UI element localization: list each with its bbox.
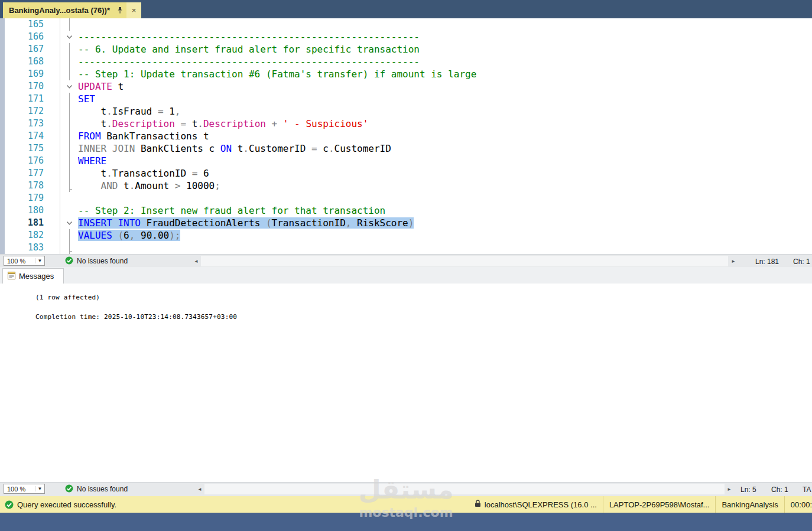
- connection-info: localhost\SQLEXPRESS (16.0 ... LAPTOP-2P…: [469, 496, 812, 513]
- line-number[interactable]: 165: [5, 18, 46, 31]
- line-number[interactable]: 169: [5, 68, 46, 80]
- code-text[interactable]: [78, 192, 812, 204]
- fold-guide: [60, 56, 78, 68]
- code-line[interactable]: 169-- Step 1: Update transaction #6 (Fat…: [5, 68, 812, 80]
- code-text[interactable]: -- Step 1: Update transaction #6 (Fatma'…: [78, 68, 812, 80]
- fold-guide: [60, 118, 78, 130]
- server-segment[interactable]: localhost\SQLEXPRESS (16.0 ...: [469, 496, 603, 513]
- h-scrollbar[interactable]: [204, 484, 725, 494]
- lock-icon: [475, 500, 481, 509]
- indicator-margin: [46, 80, 60, 93]
- user-segment[interactable]: LAPTOP-2P69P598\Mostaf...: [603, 496, 716, 513]
- code-area[interactable]: 165166----------------------------------…: [5, 18, 812, 254]
- indicator-margin: [46, 229, 60, 242]
- line-number[interactable]: 170: [5, 80, 46, 93]
- scroll-left-icon[interactable]: ◄: [194, 259, 199, 264]
- scroll-right-icon[interactable]: ►: [731, 259, 736, 264]
- line-number[interactable]: 171: [5, 93, 46, 105]
- code-text[interactable]: INNER JOIN BankClients c ON t.CustomerID…: [78, 142, 812, 155]
- messages-panel[interactable]: (1 row affected)Completion time: 2025-10…: [0, 284, 812, 482]
- code-text[interactable]: [78, 18, 812, 31]
- no-issues-icon: [65, 256, 73, 265]
- indicator-margin: [46, 142, 60, 155]
- h-scrollbar[interactable]: [201, 256, 728, 266]
- code-line[interactable]: 177 t.TransactionID = 6: [5, 167, 812, 180]
- document-tab[interactable]: BankingAnaly...ostafa (76))* ×: [3, 2, 141, 18]
- line-number[interactable]: 183: [5, 242, 46, 254]
- indicator-margin: [46, 180, 60, 192]
- code-line[interactable]: 167-- 6. Update and insert fraud alert f…: [5, 43, 812, 56]
- code-line[interactable]: 171SET: [5, 93, 812, 105]
- code-text[interactable]: VALUES (6, 90.00);: [78, 229, 812, 242]
- code-line[interactable]: 168-------------------------------------…: [5, 56, 812, 68]
- line-number[interactable]: 166: [5, 31, 46, 43]
- fold-collapse-icon[interactable]: [60, 80, 78, 93]
- code-line[interactable]: 173 t.Description = t.Description + ' - …: [5, 118, 812, 130]
- code-line[interactable]: 166-------------------------------------…: [5, 31, 812, 43]
- line-number[interactable]: 167: [5, 43, 46, 56]
- code-text[interactable]: WHERE: [78, 155, 812, 167]
- code-line[interactable]: 165: [5, 18, 812, 31]
- issues-text: No issues found: [77, 485, 128, 493]
- chevron-down-icon: ▼: [35, 258, 44, 263]
- code-text[interactable]: FROM BankTransactions t: [78, 130, 812, 142]
- line-number[interactable]: 174: [5, 130, 46, 142]
- close-icon[interactable]: ×: [126, 2, 141, 18]
- code-line[interactable]: 181INSERT INTO FraudDetectionAlerts (Tra…: [5, 217, 812, 229]
- selected-text: INSERT INTO FraudDetectionAlerts (Transa…: [78, 217, 414, 229]
- code-text[interactable]: -- Step 2: Insert new fraud alert for th…: [78, 204, 812, 217]
- line-number[interactable]: 173: [5, 118, 46, 130]
- query-status-bar: Query executed successfully. localhost\S…: [0, 496, 812, 513]
- code-text[interactable]: t.Description = t.Description + ' - Susp…: [78, 118, 812, 130]
- code-text[interactable]: INSERT INTO FraudDetectionAlerts (Transa…: [78, 217, 812, 229]
- code-line[interactable]: 182VALUES (6, 90.00);: [5, 229, 812, 242]
- code-line[interactable]: 180-- Step 2: Insert new fraud alert for…: [5, 204, 812, 217]
- line-number[interactable]: 179: [5, 192, 46, 204]
- line-number[interactable]: 176: [5, 155, 46, 167]
- messages-zoom-control[interactable]: 100 % ▼: [4, 484, 45, 494]
- code-text[interactable]: UPDATE t: [78, 80, 812, 93]
- scroll-right-icon[interactable]: ►: [727, 487, 732, 492]
- database-segment[interactable]: BankingAnalysis: [716, 496, 784, 513]
- code-line[interactable]: 170UPDATE t: [5, 80, 812, 93]
- line-position: Ln: 181: [755, 258, 779, 266]
- fold-collapse-icon[interactable]: [60, 217, 78, 229]
- code-text[interactable]: t.IsFraud = 1,: [78, 105, 812, 118]
- line-number[interactable]: 177: [5, 167, 46, 180]
- code-line[interactable]: 183: [5, 242, 812, 254]
- code-line[interactable]: 174FROM BankTransactions t: [5, 130, 812, 142]
- code-text[interactable]: AND t.Amount > 10000;: [78, 180, 812, 192]
- code-text[interactable]: [78, 242, 812, 254]
- code-line[interactable]: 175INNER JOIN BankClients c ON t.Custome…: [5, 142, 812, 155]
- line-number[interactable]: 168: [5, 56, 46, 68]
- indicator-margin: [46, 93, 60, 105]
- code-line[interactable]: 172 t.IsFraud = 1,: [5, 105, 812, 118]
- sql-editor[interactable]: 165166----------------------------------…: [0, 18, 812, 254]
- query-status-text: Query executed successfully.: [17, 500, 116, 509]
- fold-guide: [60, 105, 78, 118]
- line-number[interactable]: 181: [5, 217, 46, 229]
- code-line[interactable]: 176WHERE: [5, 155, 812, 167]
- line-number[interactable]: 175: [5, 142, 46, 155]
- scroll-left-icon[interactable]: ◄: [197, 487, 202, 492]
- indicator-margin: [46, 167, 60, 180]
- line-number[interactable]: 182: [5, 229, 46, 242]
- code-line[interactable]: 179: [5, 192, 812, 204]
- code-text[interactable]: -- 6. Update and insert fraud alert for …: [78, 43, 812, 56]
- code-line[interactable]: 178 AND t.Amount > 10000;: [5, 180, 812, 192]
- fold-collapse-icon[interactable]: [60, 31, 78, 43]
- elapsed-segment: 00:00:: [785, 496, 812, 513]
- document-tab-title: BankingAnaly...ostafa (76))*: [3, 2, 113, 18]
- message-line: (1 row affected): [35, 294, 812, 304]
- line-number[interactable]: 178: [5, 180, 46, 192]
- line-number[interactable]: 180: [5, 204, 46, 217]
- code-text[interactable]: ----------------------------------------…: [78, 31, 812, 43]
- line-number[interactable]: 172: [5, 105, 46, 118]
- code-text[interactable]: ----------------------------------------…: [78, 56, 812, 68]
- tab-messages[interactable]: Messages: [2, 268, 64, 284]
- pin-icon[interactable]: [113, 2, 126, 18]
- truncated-status: TA: [803, 486, 811, 494]
- zoom-control[interactable]: 100 % ▼: [4, 256, 45, 266]
- code-text[interactable]: SET: [78, 93, 812, 105]
- code-text[interactable]: t.TransactionID = 6: [78, 167, 812, 180]
